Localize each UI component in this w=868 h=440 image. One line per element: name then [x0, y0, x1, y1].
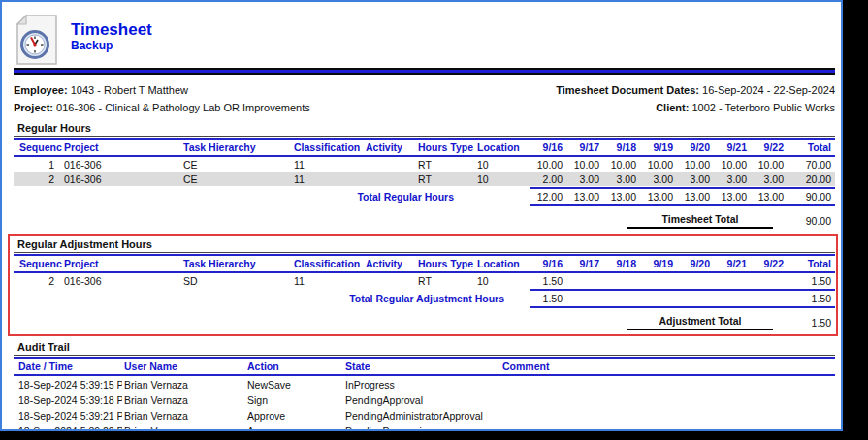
regular-hours-title: Regular Hours — [14, 121, 835, 137]
cell-user-name: Brian Vernaza — [122, 392, 245, 407]
col-header-total: Total — [788, 255, 835, 272]
cell-action: NewSave — [245, 375, 343, 392]
total-day-value — [566, 293, 603, 304]
cell-day: 3.00 — [640, 172, 677, 186]
adjustment-total-row: Adjustment Total 1.50 — [14, 315, 835, 330]
table-row: 2 016-306 SD 11 RT 10 1.50 1.50 — [14, 272, 835, 288]
adjustment-hours-header-row: Sequence Project Task Hierarchy Classifi… — [14, 255, 835, 272]
total-day-value — [751, 293, 788, 304]
cell-day: 3.00 — [603, 172, 640, 186]
timesheet-total-row: Timesheet Total 90.00 — [14, 213, 835, 229]
col-header-hours-type: Hours Type — [416, 139, 475, 156]
col-header-day: 9/21 — [714, 255, 751, 272]
cell-project: 016-306 — [62, 156, 181, 172]
timesheet-clock-document-icon — [16, 15, 58, 65]
total-day-value: 13.00 — [640, 191, 677, 203]
cell-day — [640, 272, 677, 288]
project-label: Project: — [14, 102, 53, 113]
cell-comment — [500, 375, 835, 392]
cell-day: 10.00 — [530, 156, 566, 172]
audit-trail-title: Audit Trail — [14, 340, 835, 356]
adjustment-highlight-box: Regular Adjustment Hours Sequence Projec… — [8, 234, 838, 336]
project-value: 016-306 - Clinical & Pathology Lab OR Im… — [56, 102, 310, 113]
cell-task-hierarchy: CE — [181, 172, 292, 186]
cell-total: 20.00 — [788, 172, 835, 186]
adjustment-hours-title: Regular Adjustment Hours — [14, 237, 835, 253]
cell-state: PendingAdministratorApproval — [343, 407, 500, 423]
col-header-user-name: User Name — [122, 358, 245, 375]
cell-state: PendingProcessing — [343, 423, 500, 431]
cell-activity — [364, 156, 416, 172]
cell-task-hierarchy: CE — [181, 156, 292, 172]
info-row-1: Employee: 1043 - Robert T Matthew Timesh… — [14, 81, 835, 99]
table-row: 1 016-306 CE 11 RT 10 10.00 10.00 10.00 … — [14, 156, 835, 172]
cell-date-time: 18-Sep-2024 5:39:22 PM — [14, 423, 122, 431]
report-window: Timesheet Backup Employee: 1043 - Robert… — [0, 0, 843, 431]
cell-location: 10 — [475, 272, 530, 288]
col-header-sequence: Sequence — [14, 139, 62, 156]
cell-classification: 11 — [292, 156, 364, 172]
col-header-classification: Classification — [292, 139, 364, 156]
page-title: Timesheet — [71, 20, 152, 39]
cell-day: 10.00 — [751, 156, 788, 172]
report-title-block: Timesheet Backup — [71, 15, 152, 66]
col-header-day: 9/20 — [677, 255, 714, 272]
col-header-day: 9/17 — [566, 255, 603, 272]
total-day-value — [677, 293, 714, 304]
col-header-location: Location — [475, 139, 530, 156]
employee-value: 1043 - Robert T Matthew — [71, 84, 188, 96]
col-header-day: 9/19 — [640, 139, 677, 156]
col-header-day: 9/18 — [603, 255, 640, 272]
cell-day — [751, 272, 788, 288]
cell-hours-type: RT — [416, 172, 475, 186]
project-field: Project: 016-306 - Clinical & Pathology … — [14, 99, 310, 116]
col-header-activity: Activity — [364, 255, 416, 272]
col-header-task-hierarchy: Task Hierarchy — [181, 255, 292, 272]
cell-hours-type: RT — [416, 272, 475, 288]
dates-field: Timesheet Document Dates: 16-Sep-2024 - … — [556, 81, 835, 99]
col-header-comment: Comment — [500, 358, 835, 375]
cell-sequence: 1 — [14, 156, 62, 172]
cell-day: 10.00 — [714, 156, 751, 172]
col-header-total: Total — [788, 139, 835, 156]
table-row: 18-Sep-2024 5:39:15 PM Brian Vernaza New… — [14, 375, 835, 392]
total-adjustment-hours-row: Total Regular Adjustment Hours 1.50 1.50 — [14, 289, 835, 308]
total-day-value: 12.00 — [530, 191, 566, 203]
cell-total: 1.50 — [788, 272, 835, 288]
timesheet-total-value: 90.00 — [773, 215, 835, 229]
regular-hours-table: Sequence Project Task Hierarchy Classifi… — [14, 138, 835, 186]
col-header-day: 9/17 — [566, 139, 603, 156]
cell-project: 016-306 — [62, 272, 181, 288]
table-row: 18-Sep-2024 5:39:18 PM Brian Vernaza Sig… — [14, 392, 835, 407]
cell-user-name: Brian Vernaza — [122, 375, 245, 392]
cell-date-time: 18-Sep-2024 5:39:18 PM — [14, 392, 122, 407]
client-field: Client: 1002 - Teterboro Public Works — [656, 99, 835, 116]
total-day-value: 13.00 — [566, 191, 603, 203]
total-day-value — [603, 293, 640, 304]
audit-header-row: Date / Time User Name Action State Comme… — [14, 358, 835, 375]
header-rule — [14, 68, 835, 75]
cell-activity — [364, 272, 416, 288]
client-value: 1002 - Teterboro Public Works — [691, 102, 835, 113]
cell-project: 016-306 — [62, 172, 181, 186]
cell-day: 10.00 — [603, 156, 640, 172]
col-header-day: 9/22 — [751, 255, 788, 272]
cell-date-time: 18-Sep-2024 5:39:15 PM — [14, 375, 122, 392]
col-header-day: 9/20 — [677, 139, 714, 156]
cell-day: 3.00 — [751, 172, 788, 186]
total-value: 90.00 — [788, 191, 835, 203]
cell-day — [714, 272, 751, 288]
cell-day — [677, 272, 714, 288]
col-header-date-time: Date / Time — [14, 358, 122, 375]
cell-action: Approve — [245, 423, 343, 431]
cell-day: 10.00 — [566, 156, 603, 172]
client-label: Client: — [656, 102, 689, 113]
info-row-2: Project: 016-306 - Clinical & Pathology … — [14, 99, 835, 116]
table-row: 2 016-306 CE 11 RT 10 2.00 3.00 3.00 3.0… — [14, 172, 835, 186]
total-regular-hours-row: Total Regular Hours 12.00 13.00 13.00 13… — [14, 187, 835, 206]
total-regular-hours-values: 12.00 13.00 13.00 13.00 13.00 13.00 13.0… — [530, 187, 835, 206]
cell-location: 10 — [475, 172, 530, 186]
cell-comment — [500, 423, 835, 431]
cell-comment — [500, 407, 835, 423]
cell-classification: 11 — [292, 172, 364, 186]
